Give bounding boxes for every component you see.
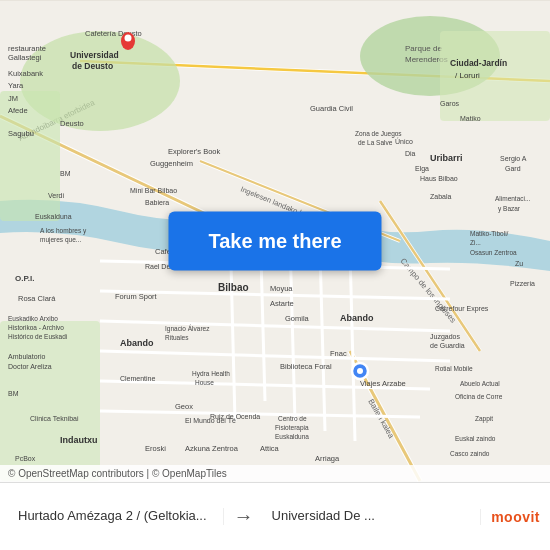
svg-text:O.P.I.: O.P.I. xyxy=(15,274,34,283)
svg-text:Doctor Areliza: Doctor Areliza xyxy=(8,363,52,370)
svg-text:Carrefour Expres: Carrefour Expres xyxy=(435,305,489,313)
svg-text:Ruiz de Ocenda: Ruiz de Ocenda xyxy=(210,413,260,420)
svg-text:A los hombres y: A los hombres y xyxy=(40,227,87,235)
svg-text:Euskalduna: Euskalduna xyxy=(275,433,309,440)
svg-text:Bilbao: Bilbao xyxy=(218,282,249,293)
svg-text:Zabala: Zabala xyxy=(430,193,452,200)
svg-text:Euskalduna: Euskalduna xyxy=(35,213,72,220)
svg-text:Azkuna Zentroa: Azkuna Zentroa xyxy=(185,444,239,453)
svg-text:Fnac: Fnac xyxy=(330,349,347,358)
moovit-brand: moovit xyxy=(491,509,540,525)
svg-text:PcBox: PcBox xyxy=(15,455,36,462)
svg-text:JM: JM xyxy=(8,94,18,103)
svg-text:Gard: Gard xyxy=(505,165,521,172)
svg-text:Yara: Yara xyxy=(8,81,24,90)
svg-text:Único: Único xyxy=(395,137,413,145)
svg-text:Forum Sport: Forum Sport xyxy=(115,292,158,301)
svg-text:Ciudad-Jardín: Ciudad-Jardín xyxy=(450,58,507,68)
svg-text:Juzgados: Juzgados xyxy=(430,333,460,341)
svg-text:Rituales: Rituales xyxy=(165,334,189,341)
svg-text:de La Salve: de La Salve xyxy=(358,139,393,146)
route-from: Hurtado Amézaga 2 / (Geltokia... xyxy=(10,508,224,525)
svg-text:Abando: Abando xyxy=(120,338,154,348)
svg-text:Zi...: Zi... xyxy=(470,239,481,246)
svg-text:BM: BM xyxy=(8,390,19,397)
svg-text:de Deusto: de Deusto xyxy=(72,61,113,71)
take-me-there-button[interactable]: Take me there xyxy=(168,212,381,271)
from-label: Hurtado Amézaga 2 / (Geltokia... xyxy=(18,508,207,525)
svg-text:Euskal zaindo: Euskal zaindo xyxy=(455,435,496,442)
svg-text:Sergio A: Sergio A xyxy=(500,155,527,163)
svg-text:Parque de: Parque de xyxy=(405,44,442,53)
svg-text:Matiko: Matiko xyxy=(460,115,481,122)
svg-text:Guardia Civil: Guardia Civil xyxy=(310,104,353,113)
svg-text:Mini Bar Bilbao: Mini Bar Bilbao xyxy=(130,187,177,194)
svg-text:Indautxu: Indautxu xyxy=(60,435,98,445)
svg-text:y Bazar: y Bazar xyxy=(498,205,521,213)
svg-text:Eroski: Eroski xyxy=(145,444,166,453)
svg-text:Rotial Mobile: Rotial Mobile xyxy=(435,365,473,372)
svg-text:Gomila: Gomila xyxy=(285,314,310,323)
moovit-logo: moovit xyxy=(480,509,540,525)
svg-text:Oficina de Corre: Oficina de Corre xyxy=(455,393,503,400)
svg-text:Deusto: Deusto xyxy=(60,119,84,128)
svg-text:Geox: Geox xyxy=(175,402,193,411)
svg-text:House: House xyxy=(195,379,214,386)
to-label: Universidad De ... xyxy=(272,508,375,525)
route-to: Universidad De ... xyxy=(264,508,477,525)
svg-text:Clementine: Clementine xyxy=(120,375,156,382)
svg-text:Alimentaci...: Alimentaci... xyxy=(495,195,531,202)
svg-text:Histórico de Euskadi: Histórico de Euskadi xyxy=(8,333,67,340)
svg-text:Matiko-Tiboli/: Matiko-Tiboli/ xyxy=(470,230,509,237)
svg-text:Verdi: Verdi xyxy=(48,192,64,199)
bottom-bar: Hurtado Amézaga 2 / (Geltokia... → Unive… xyxy=(0,482,550,550)
svg-text:Casco zaindo: Casco zaindo xyxy=(450,450,490,457)
svg-text:Ambulatorio: Ambulatorio xyxy=(8,353,45,360)
svg-text:mujeres que...: mujeres que... xyxy=(40,236,81,244)
svg-text:Explorer's Book: Explorer's Book xyxy=(168,147,221,156)
map-attribution: © OpenStreetMap contributors | © OpenMap… xyxy=(0,465,550,482)
map-container: Abandoibarra etorbidea Ingelesen landako… xyxy=(0,0,550,482)
svg-text:Dia: Dia xyxy=(405,150,416,157)
svg-text:Osasun Zentroa: Osasun Zentroa xyxy=(470,249,517,256)
svg-text:Uribarri: Uribarri xyxy=(430,153,463,163)
svg-text:Abando: Abando xyxy=(340,313,374,323)
svg-text:Euskadiko Arxibo: Euskadiko Arxibo xyxy=(8,315,58,322)
svg-text:Afede: Afede xyxy=(8,106,28,115)
svg-text:Kuixabank: Kuixabank xyxy=(8,69,43,78)
svg-text:Zona de Juegos: Zona de Juegos xyxy=(355,130,402,138)
svg-text:Rosa Clará: Rosa Clará xyxy=(18,294,56,303)
svg-text:BM: BM xyxy=(60,170,71,177)
svg-text:Historikoa - Archivo: Historikoa - Archivo xyxy=(8,324,64,331)
svg-text:restaurante: restaurante xyxy=(8,44,46,53)
svg-text:Moyua: Moyua xyxy=(270,284,293,293)
svg-text:Universidad: Universidad xyxy=(70,50,119,60)
svg-text:/ Loruri: / Loruri xyxy=(455,71,480,80)
svg-text:Haus Bilbao: Haus Bilbao xyxy=(420,175,458,182)
svg-text:Hydra Health: Hydra Health xyxy=(192,370,230,378)
svg-text:Zappit: Zappit xyxy=(475,415,493,423)
svg-text:Biblioteca Foral: Biblioteca Foral xyxy=(280,362,332,371)
svg-text:Zu: Zu xyxy=(515,260,523,267)
svg-text:Guggenheim: Guggenheim xyxy=(150,159,193,168)
svg-point-48 xyxy=(125,35,132,42)
svg-text:Elga: Elga xyxy=(415,165,429,173)
svg-text:Pizzeria: Pizzeria xyxy=(510,280,535,287)
svg-text:Ignacio Álvarez: Ignacio Álvarez xyxy=(165,324,210,333)
route-arrow: → xyxy=(224,505,264,528)
svg-text:Garos: Garos xyxy=(440,100,460,107)
svg-text:Astarte: Astarte xyxy=(270,299,294,308)
svg-text:de Guardia: de Guardia xyxy=(430,342,465,349)
svg-text:Babiera: Babiera xyxy=(145,199,169,206)
svg-text:Attica: Attica xyxy=(260,444,280,453)
svg-text:Fisioterapia: Fisioterapia xyxy=(275,424,309,432)
app: Abandoibarra etorbidea Ingelesen landako… xyxy=(0,0,550,550)
svg-point-128 xyxy=(357,368,363,374)
svg-text:Abuelo Actual: Abuelo Actual xyxy=(460,380,500,387)
svg-text:Clinica Teknibai: Clinica Teknibai xyxy=(30,415,79,422)
svg-text:Gallastegi: Gallastegi xyxy=(8,53,42,62)
svg-text:Arriaga: Arriaga xyxy=(315,454,340,463)
svg-text:Sagubu: Sagubu xyxy=(8,129,34,138)
svg-text:Viajes Arzabe: Viajes Arzabe xyxy=(360,379,406,388)
svg-text:Centro de: Centro de xyxy=(278,415,307,422)
